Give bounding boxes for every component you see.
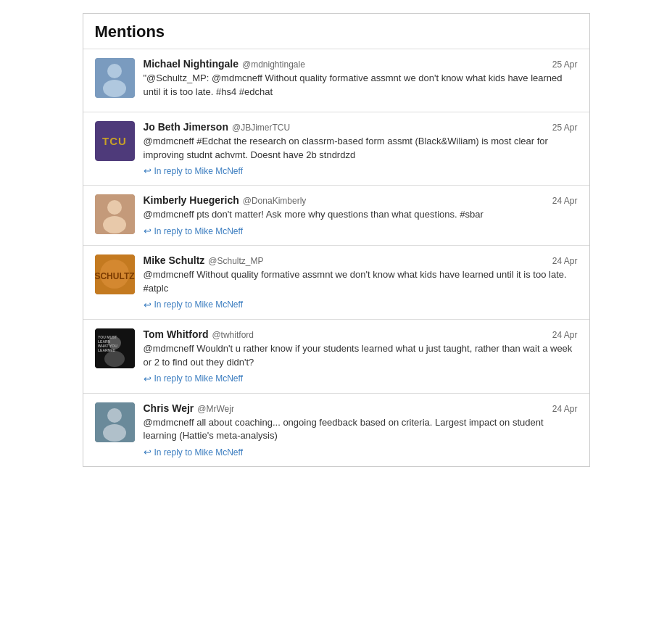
tweet-text: @mdmcneff Wouldn't u rather know if your… <box>144 342 578 370</box>
author-name: Kimberly Huegerich <box>144 194 239 206</box>
page-title: Mentions <box>83 14 589 49</box>
tweet-author-name: Tom Whitford@twhitford <box>144 328 254 340</box>
tweet-reply-link[interactable]: ↩In reply to Mike McNeff <box>144 447 578 458</box>
tweet-author-name: Chris Wejr@MrWejr <box>144 402 234 414</box>
avatar <box>95 194 135 234</box>
tweet-item: Chris Wejr@MrWejr24 Apr@mdmcneff all abo… <box>83 394 589 467</box>
tweet-header: Tom Whitford@twhitford24 Apr <box>144 328 578 340</box>
author-handle: @MrWejr <box>197 404 234 414</box>
tweet-content: Tom Whitford@twhitford24 Apr@mdmcneff Wo… <box>144 328 578 384</box>
tweet-item: Kimberly Huegerich@DonaKimberly24 Apr@md… <box>83 186 589 246</box>
author-handle: @Schultz_MP <box>208 256 263 266</box>
tweet-content: Michael Nightingale@mdnightingale25 Apr"… <box>144 58 578 103</box>
author-name: Chris Wejr <box>144 402 194 414</box>
tweet-author-name: Jo Beth Jimerson@JBJimerTCU <box>144 121 291 133</box>
svg-text:LEARNED: LEARNED <box>98 348 116 352</box>
tweet-header: Mike Schultz@Schultz_MP24 Apr <box>144 254 578 266</box>
author-handle: @DonaKimberly <box>243 196 307 206</box>
svg-text:Schultz: Schultz <box>95 271 135 281</box>
reply-arrow-icon: ↩ <box>144 299 152 310</box>
svg-point-18 <box>103 424 126 442</box>
mentions-container: Mentions Michael Nightingale@mdnightinga… <box>83 13 590 467</box>
tweet-author-name: Michael Nightingale@mdnightingale <box>144 58 305 70</box>
author-name: Michael Nightingale <box>144 58 238 70</box>
tweet-content: Jo Beth Jimerson@JBJimerTCU25 Apr@mdmcne… <box>144 121 578 177</box>
reply-arrow-icon: ↩ <box>144 165 152 176</box>
tweet-item: TCUJo Beth Jimerson@JBJimerTCU25 Apr@mdm… <box>83 112 589 186</box>
tweets-list: Michael Nightingale@mdnightingale25 Apr"… <box>83 49 589 466</box>
tweet-item: Schultz Mike Schultz@Schultz_MP24 Apr@md… <box>83 246 589 320</box>
avatar: Schultz <box>95 254 135 294</box>
avatar <box>95 58 135 98</box>
tweet-date: 24 Apr <box>552 330 578 340</box>
tweet-date: 25 Apr <box>552 123 578 133</box>
tweet-reply-link[interactable]: ↩In reply to Mike McNeff <box>144 225 578 236</box>
tweet-date: 24 Apr <box>552 196 578 206</box>
svg-point-2 <box>103 80 126 97</box>
tweet-author-name: Kimberly Huegerich@DonaKimberly <box>144 194 307 206</box>
tweet-author-name: Mike Schultz@Schultz_MP <box>144 254 264 266</box>
tweet-content: Kimberly Huegerich@DonaKimberly24 Apr@md… <box>144 194 578 236</box>
tweet-content: Chris Wejr@MrWejr24 Apr@mdmcneff all abo… <box>144 402 578 458</box>
tweet-text: @mdmcneff Without quality formative assm… <box>144 268 578 296</box>
tweet-header: Jo Beth Jimerson@JBJimerTCU25 Apr <box>144 121 578 133</box>
tweet-header: Kimberly Huegerich@DonaKimberly24 Apr <box>144 194 578 206</box>
tweet-date: 24 Apr <box>552 404 578 414</box>
tweet-reply-link[interactable]: ↩In reply to Mike McNeff <box>144 299 578 310</box>
svg-point-5 <box>103 216 126 233</box>
author-handle: @mdnightingale <box>242 59 305 70</box>
author-name: Tom Whitford <box>144 328 209 340</box>
author-handle: @JBJimerTCU <box>232 123 290 133</box>
tweet-text: "@Schultz_MP: @mdmcneff Without quality … <box>144 72 578 99</box>
avatar: YOU MUST LEARN WHAT YOU LEARNED <box>95 328 135 368</box>
tweet-date: 24 Apr <box>552 256 578 266</box>
svg-point-4 <box>107 200 122 215</box>
reply-text: In reply to Mike McNeff <box>154 373 243 384</box>
tweet-item: Michael Nightingale@mdnightingale25 Apr"… <box>83 49 589 112</box>
tweet-text: @mdmcneff all about coaching... ongoing … <box>144 416 578 444</box>
svg-point-11 <box>104 351 125 367</box>
avatar <box>95 402 135 442</box>
reply-text: In reply to Mike McNeff <box>154 299 243 310</box>
author-handle: @twhitford <box>212 330 254 340</box>
reply-arrow-icon: ↩ <box>144 225 152 236</box>
tweet-header: Michael Nightingale@mdnightingale25 Apr <box>144 58 578 70</box>
tweet-reply-link[interactable]: ↩In reply to Mike McNeff <box>144 165 578 176</box>
reply-text: In reply to Mike McNeff <box>154 166 243 176</box>
author-name: Jo Beth Jimerson <box>144 121 228 133</box>
reply-arrow-icon: ↩ <box>144 447 152 458</box>
tweet-content: Mike Schultz@Schultz_MP24 Apr@mdmcneff W… <box>144 254 578 310</box>
tweet-reply-link[interactable]: ↩In reply to Mike McNeff <box>144 373 578 384</box>
tweet-date: 25 Apr <box>552 59 578 70</box>
svg-point-1 <box>107 64 122 78</box>
tweet-text: @mdmcneff pts don't matter! Ask more why… <box>144 208 578 222</box>
avatar: TCU <box>95 121 135 161</box>
reply-text: In reply to Mike McNeff <box>154 226 243 236</box>
reply-text: In reply to Mike McNeff <box>154 447 243 458</box>
tweet-text: @mdmcneff #Edchat the research on classr… <box>144 135 578 162</box>
author-name: Mike Schultz <box>144 254 205 266</box>
tweet-header: Chris Wejr@MrWejr24 Apr <box>144 402 578 414</box>
reply-arrow-icon: ↩ <box>144 373 152 384</box>
svg-point-17 <box>107 408 122 423</box>
tweet-item: YOU MUST LEARN WHAT YOU LEARNED Tom Whit… <box>83 320 589 394</box>
